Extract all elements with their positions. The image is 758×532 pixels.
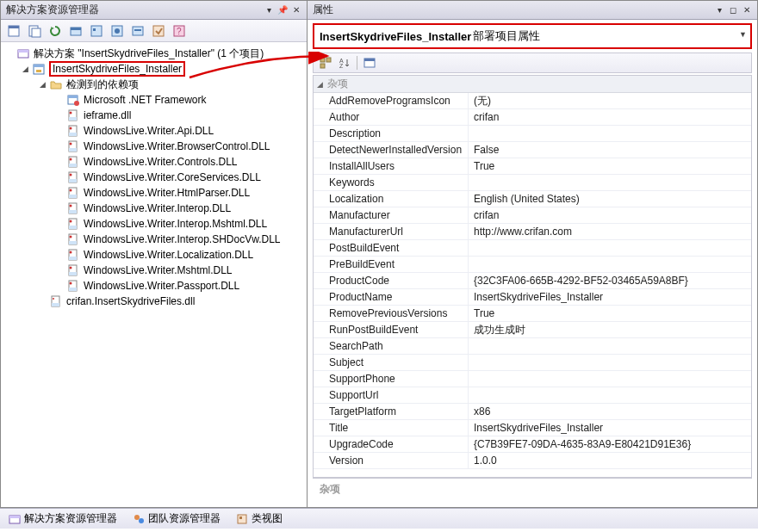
window-position-icon[interactable]: ◻: [726, 4, 740, 16]
property-value[interactable]: True: [469, 158, 751, 174]
property-value[interactable]: [469, 240, 751, 256]
svg-point-9: [115, 28, 120, 34]
properties-subject-selector[interactable]: InsertSkydriveFiles_Installer 部署项目属性 ▼: [313, 23, 752, 49]
dropdown-icon[interactable]: ▾: [262, 4, 276, 16]
dependency-node[interactable]: WindowsLive.Writer.CoreServices.DLL: [1, 170, 307, 185]
property-row[interactable]: PreBuildEvent: [314, 257, 751, 273]
dependency-node[interactable]: ieframe.dll: [1, 108, 307, 123]
property-value[interactable]: English (United States): [469, 191, 751, 207]
dependency-node[interactable]: WindowsLive.Writer.BrowserControl.DLL: [1, 139, 307, 154]
dependency-node[interactable]: WindowsLive.Writer.Controls.DLL: [1, 154, 307, 170]
property-row[interactable]: LocalizationEnglish (United States): [314, 191, 751, 207]
property-row[interactable]: ProductCode{32C3FA06-665B-4292-BF52-0346…: [314, 273, 751, 289]
property-value[interactable]: 1.0.0: [469, 453, 751, 468]
property-value[interactable]: crifan: [469, 207, 751, 223]
property-value[interactable]: True: [469, 306, 751, 321]
property-value[interactable]: crifan: [469, 109, 751, 125]
property-value[interactable]: x86: [469, 404, 751, 419]
refresh-icon[interactable]: [46, 22, 65, 40]
show-all-files-icon[interactable]: [25, 22, 44, 40]
property-row[interactable]: SearchPath: [314, 338, 751, 355]
pin-icon[interactable]: 📌: [276, 4, 289, 16]
property-row[interactable]: Manufacturercrifan: [314, 207, 751, 224]
property-value[interactable]: [469, 355, 751, 370]
property-value[interactable]: False: [469, 142, 751, 158]
property-value[interactable]: {32C3FA06-665B-4292-BF52-03465A59A8BF}: [469, 273, 751, 288]
property-row[interactable]: DetectNewerInstalledVersionFalse: [314, 142, 751, 158]
dependency-node[interactable]: Microsoft .NET Framework: [1, 92, 307, 108]
property-value[interactable]: [469, 371, 751, 387]
category-row[interactable]: ◢ 杂项: [314, 76, 751, 93]
dependencies-folder-node[interactable]: ◢ 检测到的依赖项: [1, 77, 307, 92]
property-row[interactable]: InstallAllUsersTrue: [314, 158, 751, 175]
primary-output-node[interactable]: crifan.InsertSkydriveFiles.dll: [1, 294, 307, 309]
file-types-editor-icon[interactable]: [108, 22, 127, 40]
property-value[interactable]: InsertSkydriveFiles_Installer: [469, 420, 751, 436]
property-value[interactable]: http://www.crifan.com: [469, 224, 751, 239]
dependency-label: ieframe.dll: [84, 109, 131, 121]
dependency-node[interactable]: WindowsLive.Writer.Mshtml.DLL: [1, 263, 307, 278]
categorized-icon[interactable]: [317, 55, 334, 71]
dropdown-icon[interactable]: ▾: [712, 4, 726, 16]
property-value[interactable]: [469, 387, 751, 403]
property-value[interactable]: [469, 175, 751, 190]
custom-actions-editor-icon[interactable]: [149, 22, 168, 40]
close-icon[interactable]: ✕: [289, 4, 303, 16]
property-grid[interactable]: ◢ 杂项 AddRemoveProgramsIcon(无)Authorcrifa…: [313, 75, 752, 478]
property-value[interactable]: 成功生成时: [469, 322, 751, 337]
property-value[interactable]: [469, 126, 751, 141]
property-row[interactable]: Authorcrifan: [314, 109, 751, 126]
dependency-node[interactable]: WindowsLive.Writer.Passport.DLL: [1, 278, 307, 294]
property-row[interactable]: UpgradeCode{C7B39FE7-09DA-4635-83A9-E804…: [314, 436, 751, 453]
property-value[interactable]: [469, 338, 751, 354]
chevron-down-icon[interactable]: ◢: [37, 79, 47, 90]
dependency-node[interactable]: WindowsLive.Writer.Interop.DLL: [1, 201, 307, 216]
property-value[interactable]: (无): [469, 93, 751, 108]
property-row[interactable]: Version1.0.0: [314, 453, 751, 469]
property-row[interactable]: ManufacturerUrlhttp://www.crifan.com: [314, 224, 751, 240]
dependency-node[interactable]: WindowsLive.Writer.Interop.SHDocVw.DLL: [1, 232, 307, 247]
property-row[interactable]: Subject: [314, 355, 751, 371]
svg-rect-18: [34, 65, 44, 67]
property-row[interactable]: SupportPhone: [314, 371, 751, 387]
chevron-down-icon[interactable]: ▼: [739, 30, 747, 39]
chevron-down-icon[interactable]: ◢: [317, 80, 327, 89]
dependency-node[interactable]: WindowsLive.Writer.Localization.DLL: [1, 247, 307, 263]
property-row[interactable]: PostBuildEvent: [314, 240, 751, 257]
dependency-node[interactable]: WindowsLive.Writer.Api.DLL: [1, 123, 307, 139]
close-icon[interactable]: ✕: [740, 4, 754, 16]
property-name: SearchPath: [314, 338, 469, 354]
property-value[interactable]: [469, 257, 751, 272]
tab-solution-explorer[interactable]: 解决方案资源管理器: [3, 510, 122, 528]
property-row[interactable]: RemovePreviousVersionsTrue: [314, 306, 751, 322]
dependencies-label: 检测到的依赖项: [66, 77, 139, 92]
tab-team-explorer[interactable]: 团队资源管理器: [127, 510, 226, 528]
launch-conditions-editor-icon[interactable]: ?: [170, 22, 189, 40]
property-row[interactable]: SupportUrl: [314, 387, 751, 404]
property-row[interactable]: Keywords: [314, 175, 751, 191]
chevron-down-icon[interactable]: ◢: [20, 64, 30, 74]
ui-editor-icon[interactable]: [128, 22, 147, 40]
solution-node[interactable]: 解决方案 "InsertSkydriveFiles_Installer" (1 …: [1, 46, 307, 61]
properties-icon[interactable]: [4, 22, 23, 40]
subject-type: 部署项目属性: [473, 28, 540, 44]
solution-tree[interactable]: 解决方案 "InsertSkydriveFiles_Installer" (1 …: [1, 42, 307, 507]
property-row[interactable]: RunPostBuildEvent成功生成时: [314, 322, 751, 338]
property-pages-icon[interactable]: [361, 55, 378, 71]
chevron-down-icon[interactable]: [4, 48, 15, 59]
alphabetical-icon[interactable]: AZ: [336, 55, 353, 71]
dependency-node[interactable]: WindowsLive.Writer.HtmlParser.DLL: [1, 185, 307, 201]
property-value[interactable]: InsertSkydriveFiles_Installer: [469, 289, 751, 305]
file-system-editor-icon[interactable]: [66, 22, 85, 40]
property-row[interactable]: Description: [314, 126, 751, 142]
tab-class-view[interactable]: 类视图: [231, 510, 288, 528]
dependency-node[interactable]: WindowsLive.Writer.Interop.Mshtml.DLL: [1, 216, 307, 232]
registry-editor-icon[interactable]: [87, 22, 106, 40]
property-row[interactable]: ProductNameInsertSkydriveFiles_Installer: [314, 289, 751, 306]
property-row[interactable]: TitleInsertSkydriveFiles_Installer: [314, 420, 751, 436]
property-row[interactable]: AddRemoveProgramsIcon(无): [314, 93, 751, 109]
twisty-none: [54, 219, 65, 229]
property-value[interactable]: {C7B39FE7-09DA-4635-83A9-E80421D91E36}: [469, 436, 751, 452]
project-node[interactable]: ◢ InsertSkydriveFiles_Installer: [1, 61, 307, 77]
property-row[interactable]: TargetPlatformx86: [314, 404, 751, 420]
